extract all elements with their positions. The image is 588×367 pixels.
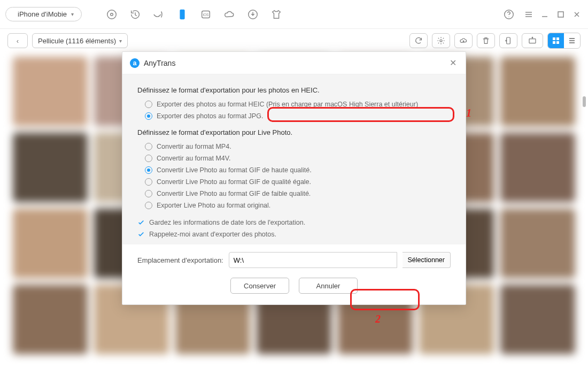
svg-rect-11	[507, 37, 510, 44]
livephoto-option[interactable]: Convertir Live Photo au format GIF de qu…	[137, 176, 451, 188]
cloud-upload-button[interactable]	[454, 33, 473, 48]
tshirt-icon[interactable]	[267, 5, 286, 24]
svg-point-8	[508, 17, 509, 17]
settings-button[interactable]	[432, 33, 450, 48]
svg-rect-3	[181, 10, 184, 11]
heic-option[interactable]: Exporter des photos au format JPG.	[137, 110, 451, 122]
radio-icon	[145, 143, 152, 150]
phone-icon[interactable]	[173, 5, 192, 24]
device-selector[interactable]: iPhone d'iMobie ▾	[5, 7, 82, 21]
chevron-down-icon: ▾	[71, 11, 74, 17]
check-icon	[137, 219, 145, 226]
livephoto-option[interactable]: Convertir au format MP4.	[137, 141, 451, 152]
svg-rect-15	[553, 41, 555, 44]
photo-thumbnail[interactable]	[500, 209, 575, 278]
photo-thumbnail[interactable]	[13, 57, 88, 126]
menu-icon[interactable]	[523, 9, 535, 20]
livephoto-option[interactable]: Convertir Live Photo au format GIF de fa…	[137, 188, 451, 200]
radio-icon	[145, 190, 152, 197]
maximize-button[interactable]	[555, 9, 567, 20]
close-button[interactable]	[571, 9, 583, 20]
radio-icon	[145, 202, 152, 209]
delete-button[interactable]	[477, 33, 495, 48]
sub-toolbar: ‹ Pellicule (1116 éléments) ▾	[0, 29, 588, 52]
dialog-body: Définissez le format d'exportation pour …	[122, 74, 466, 244]
cloud-icon[interactable]	[220, 5, 239, 24]
minimize-button[interactable]	[539, 9, 551, 20]
dialog-header: a AnyTrans ✕	[122, 52, 466, 74]
svg-rect-12	[529, 39, 536, 43]
livephoto-option-label: Convertir Live Photo au format GIF de ha…	[157, 166, 312, 174]
refresh-button[interactable]	[409, 33, 428, 48]
ios-transfer-icon[interactable]: iOS	[196, 5, 215, 24]
album-dropdown[interactable]: Pellicule (1116 éléments) ▾	[32, 33, 128, 48]
livephoto-option[interactable]: Exporter Live Photo au format original.	[137, 200, 451, 211]
export-path-row: Emplacement d'exportation: Sélectionner	[122, 244, 466, 276]
radio-icon	[145, 101, 152, 108]
livephoto-option-label: Convertir Live Photo au format GIF de fa…	[157, 190, 311, 197]
photo-thumbnail[interactable]	[500, 57, 575, 126]
grid-view-button[interactable]	[548, 33, 564, 48]
keep-date-checkbox[interactable]: Gardez les informations de date lors de …	[137, 217, 451, 228]
livephoto-section-title: Définissez le format d'exportation pour …	[137, 128, 451, 136]
import-button[interactable]	[522, 33, 543, 48]
album-label: Pellicule (1116 éléments)	[38, 37, 116, 45]
history-icon[interactable]	[126, 5, 145, 24]
radio-icon	[145, 178, 152, 186]
select-folder-button[interactable]: Sélectionner	[403, 252, 451, 268]
export-path-input[interactable]	[229, 252, 397, 268]
download-icon[interactable]	[243, 5, 262, 24]
dialog-close-button[interactable]: ✕	[447, 58, 458, 68]
dialog-title: AnyTrans	[144, 59, 175, 67]
photo-thumbnail[interactable]	[13, 285, 88, 354]
photo-thumbnail[interactable]	[13, 133, 88, 202]
remind-label: Rappelez-moi avant d'exporter des photos…	[149, 231, 276, 238]
view-toggle	[547, 33, 581, 49]
svg-rect-9	[558, 12, 563, 17]
radio-icon	[145, 155, 152, 162]
heic-section-title: Définissez le format d'exportation pour …	[137, 86, 451, 94]
back-button[interactable]: ‹	[7, 33, 28, 48]
heic-option-label: Exporter des photos au format HEIC (Pris…	[157, 101, 418, 108]
svg-point-10	[440, 40, 442, 42]
radio-icon	[145, 112, 152, 120]
help-icon[interactable]	[499, 5, 519, 24]
annotation-number-2: 2	[375, 313, 381, 325]
livephoto-option-label: Exporter Live Photo au format original.	[157, 202, 270, 209]
livephoto-option-label: Convertir au format M4V.	[157, 155, 230, 162]
svg-rect-16	[556, 41, 559, 44]
keep-date-label: Gardez les informations de date lors de …	[149, 219, 305, 226]
ringtone-icon[interactable]	[149, 5, 168, 24]
scrollbar-thumb[interactable]	[583, 96, 586, 107]
svg-point-0	[107, 10, 117, 19]
to-device-button[interactable]	[499, 33, 517, 48]
list-view-button[interactable]	[564, 33, 580, 48]
chevron-down-icon: ▾	[119, 38, 122, 44]
radio-icon	[145, 166, 152, 174]
heic-option-label: Exporter des photos au format JPG.	[157, 112, 263, 120]
livephoto-option-label: Convertir Live Photo au format GIF de qu…	[157, 178, 311, 186]
dialog-buttons: Conserver Annuler	[122, 276, 466, 304]
annotation-number-1: 1	[466, 107, 471, 119]
photo-thumbnail[interactable]	[500, 133, 575, 202]
cancel-button[interactable]: Annuler	[299, 278, 358, 294]
heic-option[interactable]: Exporter des photos au format HEIC (Pris…	[137, 98, 451, 110]
top-toolbar: iPhone d'iMobie ▾ iOS	[0, 0, 588, 29]
remind-before-export-checkbox[interactable]: Rappelez-moi avant d'exporter des photos…	[137, 228, 451, 240]
svg-text:iOS: iOS	[203, 12, 209, 16]
svg-rect-13	[553, 37, 555, 40]
livephoto-option[interactable]: Convertir Live Photo au format GIF de ha…	[137, 164, 451, 176]
music-icon[interactable]	[102, 5, 121, 24]
photo-thumbnail[interactable]	[500, 285, 575, 354]
export-location-label: Emplacement d'exportation:	[137, 256, 223, 264]
device-label: iPhone d'iMobie	[18, 10, 67, 18]
svg-rect-14	[556, 37, 559, 40]
livephoto-option[interactable]: Convertir au format M4V.	[137, 152, 451, 164]
check-icon	[137, 231, 145, 238]
app-logo-icon: a	[130, 58, 140, 68]
svg-point-1	[111, 13, 113, 16]
export-settings-dialog: a AnyTrans ✕ Définissez le format d'expo…	[122, 51, 466, 305]
photo-thumbnail[interactable]	[13, 209, 88, 278]
livephoto-option-label: Convertir au format MP4.	[157, 143, 231, 150]
save-button[interactable]: Conserver	[230, 278, 289, 294]
